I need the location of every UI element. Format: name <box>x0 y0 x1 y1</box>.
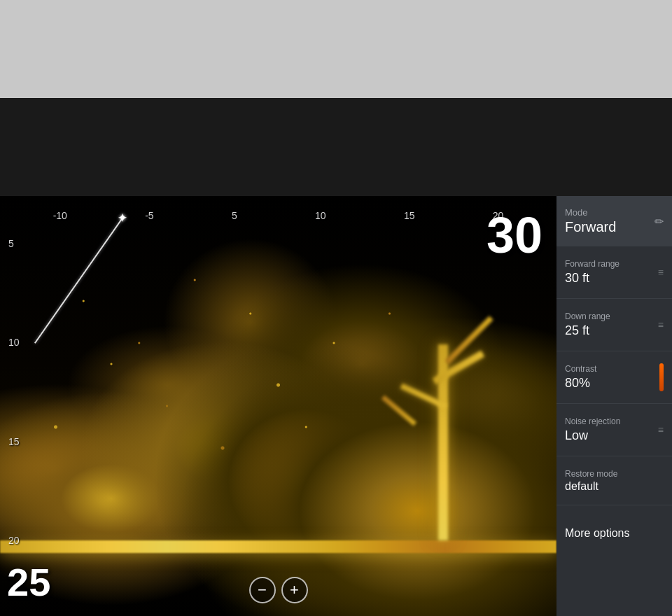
noise-rejection-icon: ≡ <box>658 424 664 435</box>
contrast-content: Contrast 80% <box>565 364 596 391</box>
contrast-label: Contrast <box>565 364 596 374</box>
zoom-out-button[interactable]: − <box>249 577 276 603</box>
noise-rejection-content: Noise rejection Low <box>565 416 620 443</box>
zoom-in-button[interactable]: + <box>281 577 308 603</box>
contrast-item[interactable]: Contrast 80% <box>556 351 672 404</box>
sonar-view: ✦ -10 -5 5 10 15 20 5 10 15 20 30 25 − + <box>0 196 556 616</box>
forward-range-value: 30 ft <box>565 271 620 286</box>
forward-range-icon: ≡ <box>658 267 664 278</box>
noise-rejection-value: Low <box>565 428 620 443</box>
down-range-item[interactable]: Down range 25 ft ≡ <box>556 299 672 351</box>
depth-display-bottom-left: 25 <box>7 563 50 602</box>
h-scale-minus5: -5 <box>145 210 153 221</box>
h-scale-minus10: -10 <box>53 210 67 221</box>
mode-content: Mode Forward <box>565 207 616 235</box>
screen-container: ✦ -10 -5 5 10 15 20 5 10 15 20 30 25 − + <box>0 196 672 616</box>
mode-header[interactable]: Mode Forward ✏ <box>556 196 672 246</box>
sonar-particles <box>0 196 556 616</box>
restore-label: Restore mode <box>565 469 664 479</box>
contrast-value: 80% <box>565 376 596 391</box>
right-panel: Mode Forward ✏ Forward range 30 ft ≡ Dow… <box>556 196 672 616</box>
noise-rejection-label: Noise rejection <box>565 416 620 426</box>
v-scale-5: 5 <box>8 238 20 249</box>
more-options-item[interactable]: More options <box>556 505 672 561</box>
horizontal-scale: -10 -5 5 10 15 20 <box>0 210 556 221</box>
edit-icon[interactable]: ✏ <box>654 215 664 228</box>
more-options-label: More options <box>565 527 630 540</box>
h-scale-15: 15 <box>404 210 415 221</box>
h-scale-10: 10 <box>315 210 326 221</box>
zoom-controls: − + <box>249 577 308 603</box>
down-range-label: Down range <box>565 312 610 321</box>
mode-label: Mode <box>565 207 616 218</box>
restore-value: default <box>565 480 664 493</box>
noise-rejection-item[interactable]: Noise rejection Low ≡ <box>556 404 672 456</box>
vertical-scale: 5 10 15 20 <box>8 238 20 546</box>
mode-value: Forward <box>565 219 616 235</box>
sonar-floor <box>0 540 556 553</box>
h-scale-5: 5 <box>232 210 237 221</box>
down-range-value: 25 ft <box>565 323 610 338</box>
top-area <box>0 0 672 98</box>
restore-mode-item[interactable]: Restore mode default <box>556 456 672 505</box>
down-range-content: Down range 25 ft <box>565 312 610 338</box>
forward-range-label: Forward range <box>565 259 620 269</box>
forward-range-content: Forward range 30 ft <box>565 259 620 286</box>
v-scale-10: 10 <box>8 337 20 348</box>
depth-display-top-right: 30 <box>486 210 542 260</box>
down-range-icon: ≡ <box>658 319 664 330</box>
forward-range-item[interactable]: Forward range 30 ft ≡ <box>556 246 672 299</box>
contrast-bar <box>659 363 664 391</box>
v-scale-15: 15 <box>8 436 20 447</box>
v-scale-20: 20 <box>8 535 20 546</box>
